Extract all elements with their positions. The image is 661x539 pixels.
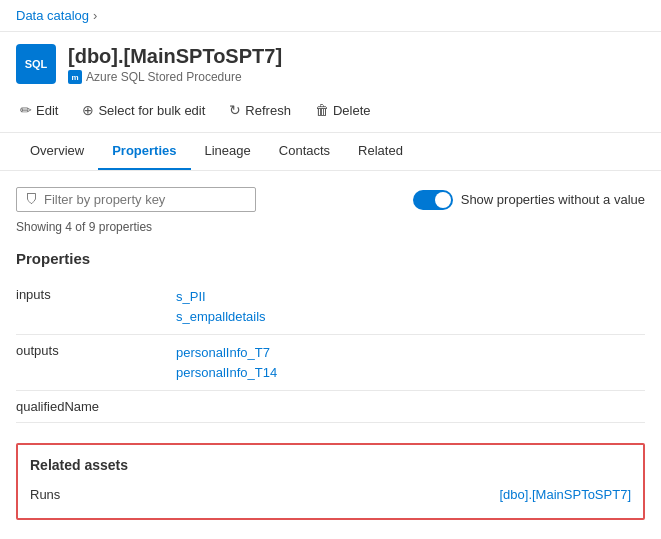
delete-icon: 🗑 xyxy=(315,102,329,118)
refresh-icon: ↻ xyxy=(229,102,241,118)
entity-icon: SQL xyxy=(16,44,56,84)
property-value-inputs: s_PII s_empalldetails xyxy=(176,279,645,335)
property-key-qualifiedname: qualifiedName xyxy=(16,391,176,423)
property-value-outputs: personalInfo_T7 personalInfo_T14 xyxy=(176,335,645,391)
related-key-runs: Runs xyxy=(30,487,60,502)
related-value-runs[interactable]: [dbo].[MainSPToSPT7] xyxy=(499,487,631,502)
tab-overview[interactable]: Overview xyxy=(16,133,98,170)
delete-button[interactable]: 🗑 Delete xyxy=(311,100,375,120)
entity-subtitle-icon: m xyxy=(68,70,82,84)
property-row-inputs: inputs s_PII s_empalldetails xyxy=(16,279,645,335)
breadcrumb-link[interactable]: Data catalog xyxy=(16,8,89,23)
bulk-edit-label: Select for bulk edit xyxy=(98,103,205,118)
tabs: Overview Properties Lineage Contacts Rel… xyxy=(0,133,661,171)
refresh-label: Refresh xyxy=(245,103,291,118)
property-key-outputs: outputs xyxy=(16,335,176,391)
toggle-switch[interactable] xyxy=(413,190,453,210)
input-link-s-pii[interactable]: s_PII xyxy=(176,287,645,307)
property-value-qualifiedname xyxy=(176,391,645,423)
content-section: ⛉ Show properties without a value Showin… xyxy=(0,171,661,536)
related-assets-box: Related assets Runs [dbo].[MainSPToSPT7] xyxy=(16,443,645,520)
refresh-button[interactable]: ↻ Refresh xyxy=(225,100,295,120)
tab-related[interactable]: Related xyxy=(344,133,417,170)
toggle-label: Show properties without a value xyxy=(461,192,645,207)
entity-header-section: SQL [dbo].[MainSPToSPT7] m Azure SQL Sto… xyxy=(0,32,661,133)
filter-input-wrap: ⛉ xyxy=(16,187,256,212)
output-link-personalinfo-t14[interactable]: personalInfo_T14 xyxy=(176,363,645,383)
tab-properties[interactable]: Properties xyxy=(98,133,190,170)
tab-contacts[interactable]: Contacts xyxy=(265,133,344,170)
plus-circle-icon: ⊕ xyxy=(82,102,94,118)
properties-table: inputs s_PII s_empalldetails outputs per… xyxy=(16,279,645,423)
property-row-outputs: outputs personalInfo_T7 personalInfo_T14 xyxy=(16,335,645,391)
filter-input[interactable] xyxy=(44,192,247,207)
related-assets-title: Related assets xyxy=(30,457,631,473)
related-row-runs: Runs [dbo].[MainSPToSPT7] xyxy=(30,483,631,506)
entity-title: [dbo].[MainSPToSPT7] xyxy=(68,44,282,68)
breadcrumb-separator: › xyxy=(93,8,97,23)
output-link-personalinfo-t7[interactable]: personalInfo_T7 xyxy=(176,343,645,363)
delete-label: Delete xyxy=(333,103,371,118)
bulk-edit-button[interactable]: ⊕ Select for bulk edit xyxy=(78,100,209,120)
entity-subtitle-text: Azure SQL Stored Procedure xyxy=(86,70,242,84)
filter-icon: ⛉ xyxy=(25,192,38,207)
filter-row: ⛉ Show properties without a value xyxy=(16,187,645,212)
breadcrumb: Data catalog › xyxy=(0,0,661,32)
property-row-qualifiedname: qualifiedName xyxy=(16,391,645,423)
edit-button[interactable]: ✏ Edit xyxy=(16,100,62,120)
entity-header: SQL [dbo].[MainSPToSPT7] m Azure SQL Sto… xyxy=(16,44,645,84)
edit-icon: ✏ xyxy=(20,102,32,118)
toolbar: ✏ Edit ⊕ Select for bulk edit ↻ Refresh … xyxy=(16,94,645,122)
entity-subtitle: m Azure SQL Stored Procedure xyxy=(68,70,282,84)
tab-lineage[interactable]: Lineage xyxy=(191,133,265,170)
input-link-s-empalldetails[interactable]: s_empalldetails xyxy=(176,307,645,327)
toggle-wrap: Show properties without a value xyxy=(413,190,645,210)
showing-count: Showing 4 of 9 properties xyxy=(16,220,645,234)
property-key-inputs: inputs xyxy=(16,279,176,335)
toggle-knob xyxy=(435,192,451,208)
edit-label: Edit xyxy=(36,103,58,118)
properties-section-title: Properties xyxy=(16,250,645,267)
